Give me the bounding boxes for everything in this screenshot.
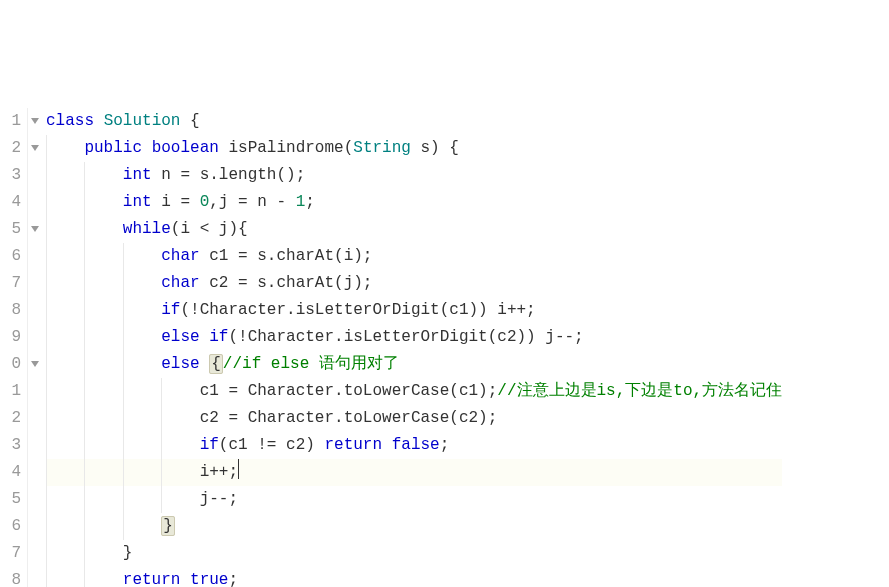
fold-gutter-cell[interactable] xyxy=(28,459,42,486)
code-token xyxy=(200,328,210,346)
code-token: if xyxy=(200,436,219,454)
code-token: ; xyxy=(228,490,238,508)
line-number: 7 xyxy=(0,540,21,567)
code-token: public xyxy=(84,139,142,157)
code-line[interactable]: int n = s.length(); xyxy=(46,162,782,189)
code-token: } xyxy=(161,516,175,536)
code-area[interactable]: class Solution { public boolean isPalind… xyxy=(42,108,782,587)
fold-gutter-cell[interactable] xyxy=(28,405,42,432)
indent-guide xyxy=(123,405,124,432)
fold-gutter-cell[interactable] xyxy=(28,567,42,587)
indent-guide xyxy=(123,378,124,405)
code-token: ( xyxy=(228,328,238,346)
fold-gutter-cell[interactable] xyxy=(28,297,42,324)
line-number: 5 xyxy=(0,216,21,243)
fold-gutter-cell[interactable] xyxy=(28,135,42,162)
code-token: -- xyxy=(209,490,228,508)
code-line[interactable]: char c2 = s.charAt(j); xyxy=(46,270,782,297)
fold-gutter-cell[interactable] xyxy=(28,162,42,189)
code-line[interactable]: else {//if else 语句用对了 xyxy=(46,351,782,378)
line-number: 1 xyxy=(0,108,21,135)
indent-guide xyxy=(46,540,47,567)
code-token: - xyxy=(277,193,287,211)
fold-gutter-cell[interactable] xyxy=(28,108,42,135)
line-number: 9 xyxy=(0,324,21,351)
code-token: n xyxy=(248,193,277,211)
code-token: ; xyxy=(228,463,238,481)
code-token: else xyxy=(161,328,199,346)
code-line[interactable]: } xyxy=(46,513,782,540)
indent-guide xyxy=(84,324,85,351)
fold-gutter-cell[interactable] xyxy=(28,324,42,351)
indent-guide xyxy=(123,324,124,351)
indent-guide xyxy=(161,405,162,432)
code-line[interactable]: i++; xyxy=(46,459,782,486)
indent-guide xyxy=(84,270,85,297)
indent-guide xyxy=(161,432,162,459)
fold-gutter-cell[interactable] xyxy=(28,378,42,405)
code-token: (c1 xyxy=(219,436,257,454)
indent-guide xyxy=(46,351,47,378)
code-token: Character.isLetterOrDigit(c1)) i xyxy=(200,301,507,319)
code-line[interactable]: j--; xyxy=(46,486,782,513)
code-token xyxy=(46,247,161,265)
fold-chevron-down-icon[interactable] xyxy=(31,361,39,367)
indent-guide xyxy=(46,243,47,270)
code-token xyxy=(46,517,161,535)
line-number: 5 xyxy=(0,486,21,513)
line-number: 2 xyxy=(0,135,21,162)
code-token: = xyxy=(180,193,190,211)
fold-gutter-cell[interactable] xyxy=(28,189,42,216)
code-token: 1 xyxy=(296,193,306,211)
code-line[interactable]: if(c1 != c2) return false; xyxy=(46,432,782,459)
code-line[interactable]: if(!Character.isLetterOrDigit(c1)) i++; xyxy=(46,297,782,324)
code-token: i xyxy=(152,193,181,211)
fold-gutter-cell[interactable] xyxy=(28,486,42,513)
line-number: 6 xyxy=(0,513,21,540)
fold-column[interactable] xyxy=(28,108,42,587)
code-line[interactable]: else if(!Character.isLetterOrDigit(c2)) … xyxy=(46,324,782,351)
code-editor[interactable]: 1234567890123456789012 class Solution { … xyxy=(0,108,889,587)
code-line[interactable]: class Solution { xyxy=(46,108,782,135)
code-token: n xyxy=(152,166,181,184)
fold-gutter-cell[interactable] xyxy=(28,432,42,459)
indent-guide xyxy=(84,216,85,243)
fold-gutter-cell[interactable] xyxy=(28,513,42,540)
code-line[interactable]: c2 = Character.toLowerCase(c2); xyxy=(46,405,782,432)
fold-chevron-down-icon[interactable] xyxy=(31,226,39,232)
code-token: char xyxy=(161,274,199,292)
line-number: 8 xyxy=(0,297,21,324)
code-line[interactable]: public boolean isPalindrome(String s) { xyxy=(46,135,782,162)
indent-guide xyxy=(46,162,47,189)
code-token: ; xyxy=(574,328,584,346)
code-token xyxy=(219,139,229,157)
code-line[interactable]: } xyxy=(46,540,782,567)
code-token xyxy=(46,274,161,292)
code-line[interactable]: char c1 = s.charAt(i); xyxy=(46,243,782,270)
fold-gutter-cell[interactable] xyxy=(28,216,42,243)
indent-guide xyxy=(123,486,124,513)
indent-guide xyxy=(84,567,85,587)
code-token: ++ xyxy=(507,301,526,319)
code-line[interactable]: while(i < j){ xyxy=(46,216,782,243)
fold-chevron-down-icon[interactable] xyxy=(31,145,39,151)
fold-gutter-cell[interactable] xyxy=(28,540,42,567)
indent-guide xyxy=(84,513,85,540)
code-token: Solution xyxy=(104,112,181,130)
code-token: = xyxy=(228,409,238,427)
indent-guide xyxy=(46,297,47,324)
code-line[interactable]: int i = 0,j = n - 1; xyxy=(46,189,782,216)
code-line[interactable]: c1 = Character.toLowerCase(c1);//注意上边是is… xyxy=(46,378,782,405)
fold-chevron-down-icon[interactable] xyxy=(31,118,39,124)
fold-gutter-cell[interactable] xyxy=(28,243,42,270)
code-token: String xyxy=(353,139,411,157)
indent-guide xyxy=(46,378,47,405)
fold-gutter-cell[interactable] xyxy=(28,270,42,297)
code-token: while xyxy=(123,220,171,238)
line-number: 2 xyxy=(0,405,21,432)
code-line[interactable]: return true; xyxy=(46,567,782,587)
code-token: Character.toLowerCase(c2); xyxy=(238,409,497,427)
code-token: ! xyxy=(238,328,248,346)
fold-gutter-cell[interactable] xyxy=(28,351,42,378)
line-number: 1 xyxy=(0,378,21,405)
